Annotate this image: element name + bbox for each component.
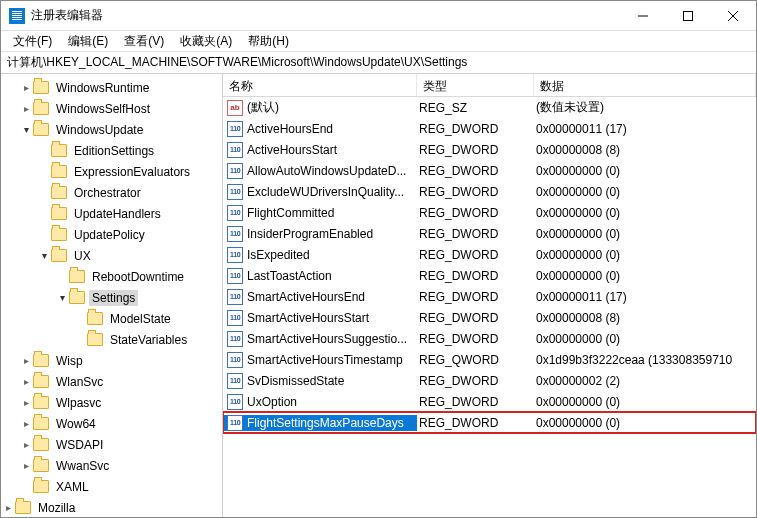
maximize-button[interactable] [665, 1, 710, 30]
value-name: InsiderProgramEnabled [247, 227, 373, 241]
chevron-right-icon[interactable] [19, 397, 33, 408]
tree-node[interactable]: StateVariables [1, 329, 222, 350]
chevron-down-icon[interactable] [19, 124, 33, 135]
tree-node[interactable]: Wlpasvc [1, 392, 222, 413]
tree-node-label: UpdatePolicy [71, 227, 148, 243]
close-button[interactable] [710, 1, 756, 30]
chevron-right-icon[interactable] [19, 439, 33, 450]
value-row[interactable]: SmartActiveHoursStartREG_DWORD0x00000008… [223, 307, 756, 328]
tree-pane[interactable]: WindowsRuntimeWindowsSelfHostWindowsUpda… [1, 74, 223, 517]
value-row[interactable]: FlightCommittedREG_DWORD0x00000000 (0) [223, 202, 756, 223]
value-data: 0x00000000 (0) [534, 164, 756, 178]
chevron-down-icon[interactable] [37, 250, 51, 261]
tree-node[interactable]: WwanSvc [1, 455, 222, 476]
value-row[interactable]: AllowAutoWindowsUpdateD...REG_DWORD0x000… [223, 160, 756, 181]
menu-favorites[interactable]: 收藏夹(A) [172, 31, 240, 52]
value-name-cell: ActiveHoursEnd [223, 121, 417, 137]
tree-node[interactable]: Orchestrator [1, 182, 222, 203]
address-bar[interactable]: 计算机\HKEY_LOCAL_MACHINE\SOFTWARE\Microsof… [1, 52, 756, 74]
value-data: 0x00000000 (0) [534, 269, 756, 283]
main-split: WindowsRuntimeWindowsSelfHostWindowsUpda… [1, 74, 756, 517]
value-name: ActiveHoursEnd [247, 122, 333, 136]
tree-node-label: Wlpasvc [53, 395, 104, 411]
tree-node[interactable]: ModelState [1, 308, 222, 329]
value-pane: 名称 类型 数据 (默认)REG_SZ(数值未设置)ActiveHoursEnd… [223, 74, 756, 517]
value-row[interactable]: ActiveHoursStartREG_DWORD0x00000008 (8) [223, 139, 756, 160]
chevron-right-icon[interactable] [19, 355, 33, 366]
tree-node[interactable]: Mozilla [1, 497, 222, 517]
value-data: 0x00000000 (0) [534, 206, 756, 220]
value-row[interactable]: ExcludeWUDriversInQuality...REG_DWORD0x0… [223, 181, 756, 202]
folder-icon [33, 123, 49, 136]
menubar: 文件(F) 编辑(E) 查看(V) 收藏夹(A) 帮助(H) [1, 31, 756, 52]
value-data: 0x00000011 (17) [534, 290, 756, 304]
chevron-right-icon[interactable] [19, 82, 33, 93]
tree-node[interactable]: Wisp [1, 350, 222, 371]
tree-node[interactable]: Settings [1, 287, 222, 308]
tree-node[interactable]: XAML [1, 476, 222, 497]
registry-tree: WindowsRuntimeWindowsSelfHostWindowsUpda… [1, 77, 222, 517]
chevron-right-icon[interactable] [19, 418, 33, 429]
tree-node[interactable]: WindowsUpdate [1, 119, 222, 140]
tree-node[interactable]: ExpressionEvaluators [1, 161, 222, 182]
tree-node-label: RebootDowntime [89, 269, 187, 285]
menu-file[interactable]: 文件(F) [5, 31, 60, 52]
tree-node[interactable]: WlanSvc [1, 371, 222, 392]
chevron-right-icon[interactable] [1, 502, 15, 513]
value-row[interactable]: InsiderProgramEnabledREG_DWORD0x00000000… [223, 223, 756, 244]
value-type: REG_DWORD [417, 311, 534, 325]
folder-icon [33, 102, 49, 115]
tree-node[interactable]: WindowsSelfHost [1, 98, 222, 119]
column-header-type[interactable]: 类型 [417, 74, 534, 96]
folder-icon [33, 81, 49, 94]
tree-node[interactable]: WindowsRuntime [1, 77, 222, 98]
string-value-icon [227, 100, 243, 116]
column-header-name[interactable]: 名称 [223, 74, 417, 96]
column-header-data[interactable]: 数据 [534, 74, 756, 96]
tree-node-label: Settings [89, 290, 138, 306]
value-row[interactable]: ActiveHoursEndREG_DWORD0x00000011 (17) [223, 118, 756, 139]
value-row[interactable]: (默认)REG_SZ(数值未设置) [223, 97, 756, 118]
value-type: REG_DWORD [417, 248, 534, 262]
binary-value-icon [227, 268, 243, 284]
chevron-right-icon[interactable] [19, 103, 33, 114]
value-type: REG_DWORD [417, 290, 534, 304]
value-data: (数值未设置) [534, 99, 756, 116]
folder-icon [51, 228, 67, 241]
menu-edit[interactable]: 编辑(E) [60, 31, 116, 52]
value-row[interactable]: FlightSettingsMaxPauseDaysREG_DWORD0x000… [223, 412, 756, 433]
menu-help[interactable]: 帮助(H) [240, 31, 297, 52]
value-list[interactable]: (默认)REG_SZ(数值未设置)ActiveHoursEndREG_DWORD… [223, 97, 756, 517]
value-row[interactable]: IsExpeditedREG_DWORD0x00000000 (0) [223, 244, 756, 265]
tree-node[interactable]: EditionSettings [1, 140, 222, 161]
value-type: REG_DWORD [417, 269, 534, 283]
tree-node[interactable]: Wow64 [1, 413, 222, 434]
tree-node[interactable]: UpdatePolicy [1, 224, 222, 245]
value-row[interactable]: UxOptionREG_DWORD0x00000000 (0) [223, 391, 756, 412]
binary-value-icon [227, 289, 243, 305]
binary-value-icon [227, 331, 243, 347]
value-name-cell: LastToastAction [223, 268, 417, 284]
folder-icon [51, 186, 67, 199]
value-row[interactable]: SvDismissedStateREG_DWORD0x00000002 (2) [223, 370, 756, 391]
value-row[interactable]: SmartActiveHoursSuggestio...REG_DWORD0x0… [223, 328, 756, 349]
tree-node[interactable]: UX [1, 245, 222, 266]
value-data: 0x00000000 (0) [534, 185, 756, 199]
value-name: UxOption [247, 395, 297, 409]
value-row[interactable]: LastToastActionREG_DWORD0x00000000 (0) [223, 265, 756, 286]
value-type: REG_DWORD [417, 185, 534, 199]
chevron-down-icon[interactable] [55, 292, 69, 303]
tree-node[interactable]: RebootDowntime [1, 266, 222, 287]
chevron-right-icon[interactable] [19, 460, 33, 471]
minimize-button[interactable] [620, 1, 665, 30]
value-data: 0x00000000 (0) [534, 248, 756, 262]
chevron-right-icon[interactable] [19, 376, 33, 387]
value-data: 0x00000000 (0) [534, 395, 756, 409]
tree-node[interactable]: WSDAPI [1, 434, 222, 455]
value-name: FlightSettingsMaxPauseDays [247, 416, 404, 430]
tree-node[interactable]: UpdateHandlers [1, 203, 222, 224]
value-row[interactable]: SmartActiveHoursTimestampREG_QWORD0x1d99… [223, 349, 756, 370]
value-row[interactable]: SmartActiveHoursEndREG_DWORD0x00000011 (… [223, 286, 756, 307]
folder-icon [33, 354, 49, 367]
menu-view[interactable]: 查看(V) [116, 31, 172, 52]
